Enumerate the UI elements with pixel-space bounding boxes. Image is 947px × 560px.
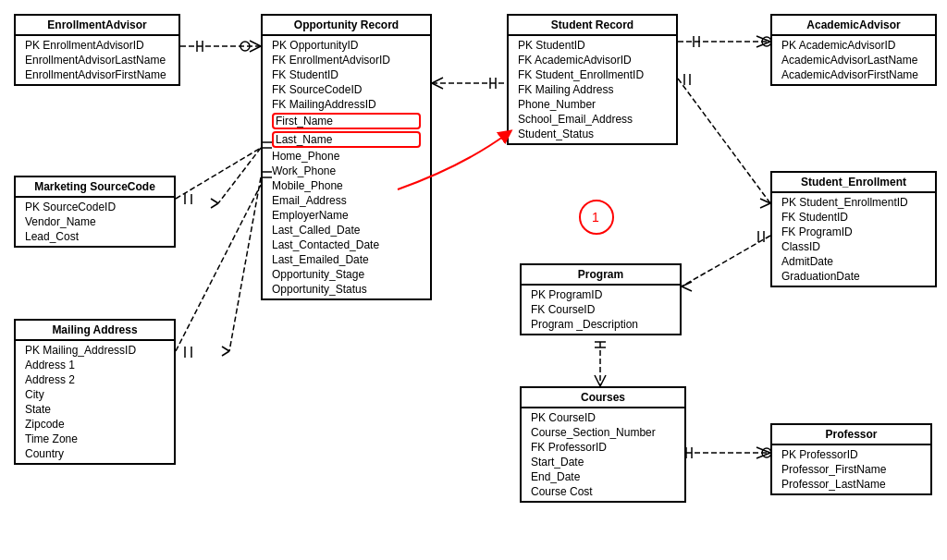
field-studentid: PK StudentID [516,38,669,53]
field-fk-programid: FK ProgramID [780,225,928,239]
field-coursecost: Course Cost [529,484,677,499]
svg-line-28 [682,236,770,286]
svg-line-31 [682,282,692,286]
svg-line-32 [682,286,692,291]
field-courseid: PK CourseID [529,410,677,425]
field-studentenrollmentid: PK Student_EnrollmentID [780,195,928,210]
field-enrollmentadvisorlastname: EnrollmentAdvisorLastName [23,53,171,67]
entity-title-studentrecord: Student Record [509,16,676,36]
svg-point-5 [240,42,250,51]
svg-line-52 [211,199,218,203]
svg-line-26 [760,199,770,203]
svg-line-16 [432,83,443,89]
svg-line-41 [756,453,770,458]
diagram-container: EnrollmentAdvisor PK EnrollmentAdvisorID… [0,0,947,560]
field-startdate: Start_Date [529,455,677,469]
field-fk-mailingaddressid: FK MailingAddressID [270,97,423,112]
field-city: City [23,387,166,402]
svg-line-40 [756,447,770,453]
svg-line-23 [678,79,770,203]
field-homephone: Home_Phone [270,149,423,164]
field-lastcalleddate: Last_Called_Date [270,223,423,237]
entity-title-mailingaddress: Mailing Address [16,321,174,341]
svg-line-6 [176,148,261,199]
field-programid: PK ProgramID [529,287,672,302]
field-fk-studentid: FK StudentID [270,67,423,82]
entity-title-studentenrollment: Student_Enrollment [772,173,935,193]
entity-enrollmentadvisor: EnrollmentAdvisor PK EnrollmentAdvisorID… [14,14,180,86]
field-timezone: Time Zone [23,432,166,446]
field-opportunitystage: Opportunity_Stage [270,267,423,282]
field-country: Country [23,446,166,461]
field-fk-professorid: FK ProfessorID [529,440,677,455]
entity-academicadvisor: AcademicAdvisor PK AcademicAdvisorID Aca… [770,14,937,86]
svg-line-51 [218,148,261,203]
entity-opportunityrecord: Opportunity Record PK OpportunityID FK E… [261,14,432,300]
field-vendorname: Vendor_Name [23,214,166,229]
entity-title-professor: Professor [772,425,930,445]
entity-studentenrollment: Student_Enrollment PK Student_Enrollment… [770,171,937,287]
field-address1: Address 1 [23,358,166,372]
entity-professor: Professor PK ProfessorID Professor_First… [770,423,932,495]
field-professorid: PK ProfessorID [780,447,923,462]
field-address2: Address 2 [23,372,166,387]
entity-title-courses: Courses [522,388,684,408]
field-fk-mailingaddress: FK Mailing Address [516,82,669,97]
field-fk-studentenrollmentid: FK Student_EnrollmentID [516,67,669,82]
field-enddate: End_Date [529,469,677,484]
field-zipcode: Zipcode [23,417,166,432]
svg-line-9 [176,185,261,351]
field-fk-sourcecodeid: FK SourceCodeID [270,82,423,97]
field-fk-academicadvisorid: FK AcademicAdvisorID [516,53,669,67]
svg-line-27 [760,203,770,208]
field-sourcecodeid: PK SourceCodeID [23,200,166,214]
entity-mailingaddress: Mailing Address PK Mailing_AddressID Add… [14,319,176,465]
field-schoolemailaddress: School_Email_Address [516,112,669,127]
field-firstname: First_Name [270,112,423,130]
field-fk-studentid-se: FK StudentID [780,210,928,225]
field-emailaddress: Email_Address [270,193,423,208]
svg-line-46 [229,177,261,351]
entity-title-program: Program [522,265,680,286]
svg-line-22 [756,42,770,47]
field-employername: EmployerName [270,208,423,223]
field-mobilephone: Mobile_Phone [270,178,423,193]
entity-studentrecord: Student Record PK StudentID FK AcademicA… [507,14,678,145]
field-workphone: Work_Phone [270,164,423,178]
field-academicadvisorid: PK AcademicAdvisorID [780,38,928,53]
field-professorfirstname: Professor_FirstName [780,462,923,477]
svg-line-35 [600,375,606,386]
field-mailingaddressid: PK Mailing_AddressID [23,343,166,358]
field-fk-enrollmentadvisorid: FK EnrollmentAdvisorID [270,53,423,67]
field-lastname: Last_Name [270,130,423,149]
field-graduationdate: GraduationDate [780,269,928,284]
entity-program: Program PK ProgramID FK CourseID Program… [520,263,682,335]
field-enrollmentadvisorid: PK EnrollmentAdvisorID [23,38,171,53]
field-academicadvisorfirstname: AcademicAdvisorFirstName [780,67,928,82]
entity-marketingsourcecode: Marketing SourceCode PK SourceCodeID Ven… [14,176,176,248]
field-opportunitystatus: Opportunity_Status [270,282,423,297]
entity-title-academicadvisor: AcademicAdvisor [772,16,935,36]
field-studentstatus: Student_Status [516,127,669,141]
field-state: State [23,402,166,417]
field-fk-courseid: FK CourseID [529,302,672,317]
lastname-highlighted: Last_Name [272,131,421,148]
svg-line-34 [595,375,600,386]
field-phonenumber: Phone_Number [516,97,669,112]
svg-line-21 [756,36,770,42]
svg-line-47 [222,347,229,351]
svg-line-53 [211,203,218,208]
field-lastcontacteddate: Last_Contacted_Date [270,237,423,252]
field-lastemaileddate: Last_Emailed_Date [270,252,423,267]
field-opportunityid: PK OpportunityID [270,38,423,53]
field-academicadvisorlastname: AcademicAdvisorLastName [780,53,928,67]
svg-line-48 [222,351,229,356]
firstname-highlighted: First_Name [272,113,421,129]
svg-line-3 [250,41,261,46]
svg-line-4 [250,46,261,52]
field-programdescription: Program _Description [529,317,672,332]
svg-point-44 [580,201,613,234]
entity-title-opportunityrecord: Opportunity Record [263,16,430,36]
entity-title-enrollmentadvisor: EnrollmentAdvisor [16,16,178,36]
entity-courses: Courses PK CourseID Course_Section_Numbe… [520,386,686,503]
